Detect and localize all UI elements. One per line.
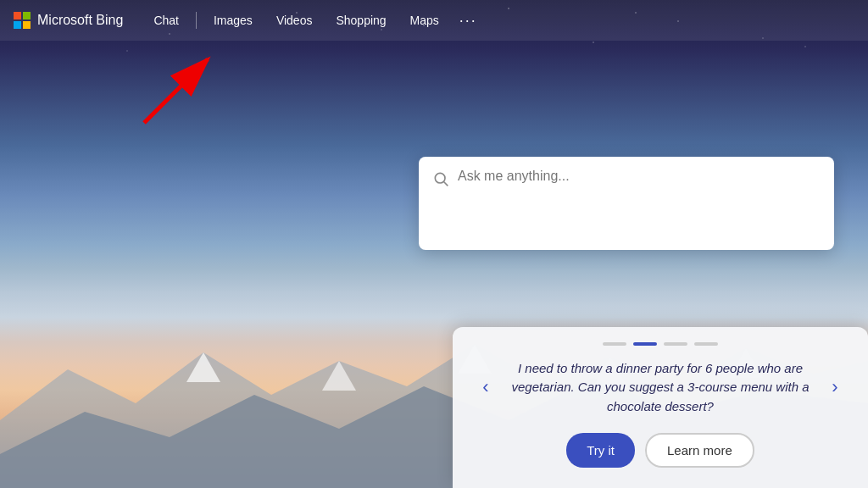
brand-name: Microsoft Bing — [37, 13, 123, 28]
card-actions: Try it Learn more — [473, 433, 848, 468]
nav-shopping[interactable]: Shopping — [326, 7, 396, 34]
logo-area: Microsoft Bing — [14, 12, 123, 29]
prev-chevron[interactable]: ‹ — [473, 376, 498, 398]
suggestion-text: I need to throw a dinner party for 6 peo… — [509, 359, 812, 417]
carousel-dot-1[interactable] — [603, 342, 626, 346]
nav-divider-1 — [196, 12, 197, 29]
svg-point-9 — [435, 173, 445, 183]
logo-cell-yellow — [23, 21, 31, 29]
next-chevron[interactable]: › — [822, 376, 848, 398]
logo-cell-green — [23, 12, 31, 19]
learn-more-button[interactable]: Learn more — [645, 433, 754, 468]
nav-chat[interactable]: Chat — [143, 7, 189, 34]
nav-more-button[interactable]: ··· — [453, 8, 484, 33]
carousel-dot-2[interactable] — [633, 342, 657, 346]
logo-cell-blue — [14, 21, 21, 29]
search-box — [419, 157, 834, 250]
search-icon — [432, 170, 449, 191]
carousel-dots — [473, 342, 848, 346]
nav-links: Chat Images Videos Shopping Maps ··· — [143, 7, 483, 34]
carousel-dot-4[interactable] — [694, 342, 718, 346]
microsoft-logo — [14, 12, 31, 29]
carousel-dot-3[interactable] — [664, 342, 687, 346]
search-input[interactable] — [458, 169, 821, 184]
card-content-area: ‹ I need to throw a dinner party for 6 p… — [473, 359, 848, 417]
nav-maps[interactable]: Maps — [400, 7, 449, 34]
search-container — [419, 157, 834, 250]
suggestion-card: ‹ I need to throw a dinner party for 6 p… — [453, 327, 868, 489]
navbar: Microsoft Bing Chat Images Videos Shoppi… — [0, 0, 868, 41]
nav-images[interactable]: Images — [203, 7, 263, 34]
svg-line-10 — [444, 182, 448, 186]
nav-videos[interactable]: Videos — [266, 7, 323, 34]
try-it-button[interactable]: Try it — [566, 433, 635, 468]
logo-cell-red — [14, 12, 21, 19]
